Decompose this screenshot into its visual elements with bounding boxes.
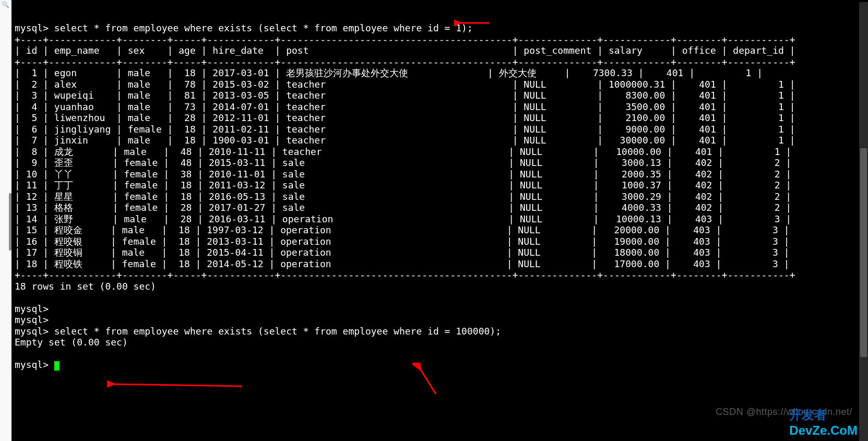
scrollbar[interactable] [859, 2, 868, 441]
cursor [54, 361, 60, 371]
scrollbar-thumb[interactable] [860, 148, 867, 357]
watermark-devze: 开发者 DevZe.CoM [789, 407, 858, 438]
terminal-output[interactable]: mysql> select * from employee where exis… [11, 0, 868, 441]
terminal-text: mysql> select * from employee where exis… [11, 11, 868, 371]
search-icon[interactable]: 🔍 [2, 2, 9, 9]
